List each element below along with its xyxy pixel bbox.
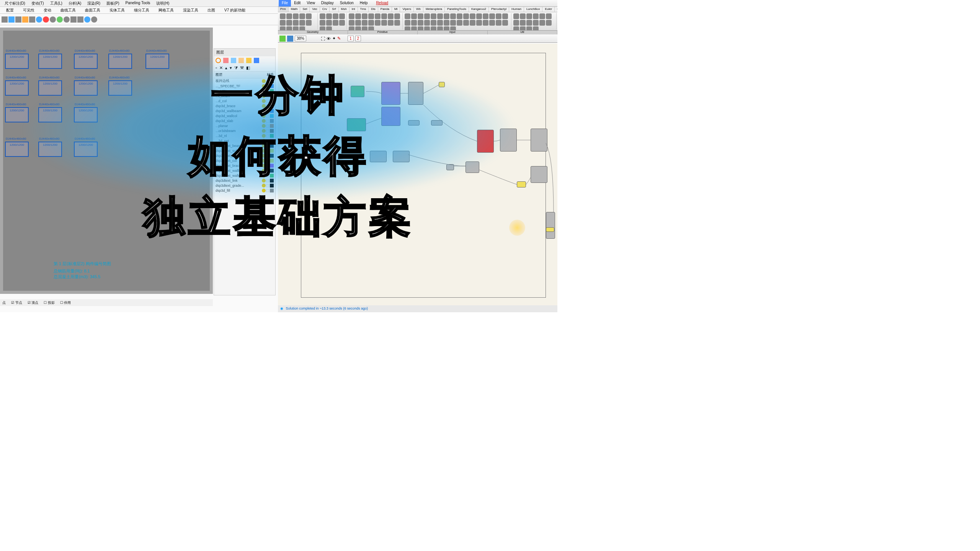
gh-node[interactable] — [370, 151, 387, 162]
rhino-tab-item[interactable]: 曲线工具 — [56, 7, 80, 13]
visibility-icon[interactable] — [262, 154, 266, 158]
osnap-item[interactable]: ☑ 节点 — [11, 300, 22, 305]
gh-component-icon[interactable] — [320, 20, 325, 26]
gh-component-icon[interactable] — [539, 13, 545, 19]
gh-plugin-tab[interactable]: Mi — [392, 7, 400, 12]
gh-plugin-tab[interactable]: Math — [289, 7, 301, 12]
layer-row[interactable]: dsp3d_wallcol ⬚ — [214, 113, 275, 118]
gh-component-icon[interactable] — [470, 20, 475, 26]
visibility-icon[interactable] — [262, 84, 266, 88]
visibility-icon[interactable] — [262, 99, 266, 103]
layer-row[interactable]: dsp3d_brace ⬚ — [214, 103, 275, 108]
visibility-icon[interactable] — [262, 119, 266, 123]
visibility-icon[interactable] — [262, 94, 266, 98]
layer-row[interactable]: ...3d_nl ⬚ — [214, 133, 275, 138]
rhino-menu-item[interactable]: 工具(L) — [47, 0, 65, 7]
gh-plugin-tab[interactable]: Octopus — [555, 7, 557, 12]
footing-block[interactable]: DJ440x460x80 1200/1200 — [5, 54, 29, 69]
color-swatch[interactable] — [270, 174, 274, 178]
gh-component-icon[interactable] — [381, 20, 387, 26]
rhino-viewport[interactable]: DJ440x460x80 1200/1200 DJ440x460x80 1200… — [0, 28, 213, 294]
prop-tab-icon[interactable] — [223, 58, 229, 63]
gh-plugin-tab[interactable]: PanelingTools — [445, 7, 469, 12]
rhino-tab-item[interactable]: 曲面工具 — [80, 7, 105, 13]
grid-icon[interactable] — [2, 16, 8, 23]
gh-plugin-tab[interactable]: Human — [509, 7, 524, 12]
gh-component-icon[interactable] — [411, 13, 417, 19]
gh-component-icon[interactable] — [286, 13, 292, 19]
visibility-icon[interactable] — [262, 184, 266, 187]
gh-component-icon[interactable] — [355, 13, 361, 19]
rhino-menu-item[interactable]: 变动(T) — [28, 0, 47, 7]
gh-plugin-tab[interactable]: Vec — [310, 7, 320, 12]
gh-component-icon[interactable] — [405, 13, 410, 19]
gh-component-icon[interactable] — [326, 26, 332, 31]
up-icon[interactable]: ▴ — [225, 65, 227, 70]
gh-component-icon[interactable] — [431, 13, 436, 19]
rhino-tab-item[interactable]: 出图 — [203, 7, 220, 13]
rhino-menu-item[interactable]: 说明(H) — [153, 0, 172, 7]
gh-component-icon[interactable] — [526, 26, 532, 31]
gh-component-icon[interactable] — [513, 20, 519, 26]
gh-plugin-tab[interactable]: Dis — [369, 7, 378, 12]
color-swatch[interactable] — [270, 149, 274, 153]
gh-node[interactable] — [531, 129, 547, 152]
gh-component-icon[interactable] — [362, 26, 368, 31]
gh-component-icon[interactable] — [375, 20, 381, 26]
rhino-tab-item[interactable]: 渲染工具 — [178, 7, 203, 13]
gh-component-icon[interactable] — [526, 20, 532, 26]
gh-node-error[interactable] — [477, 130, 494, 153]
gh-node[interactable] — [500, 129, 517, 152]
gh-component-icon[interactable] — [444, 13, 449, 19]
gh-component-icon[interactable] — [418, 13, 423, 19]
gh-node[interactable] — [408, 82, 423, 105]
visibility-icon[interactable] — [262, 124, 266, 128]
gh-component-icon[interactable] — [306, 20, 312, 26]
gh-component-icon[interactable] — [368, 20, 374, 26]
gh-reload-link[interactable]: Reload — [373, 0, 391, 7]
visibility-icon[interactable] — [262, 104, 266, 108]
color-swatch[interactable] — [270, 159, 274, 163]
color-swatch[interactable] — [270, 109, 274, 113]
gh-node[interactable] — [517, 181, 526, 187]
layer-row[interactable]: dsp3d_slab ⬚ — [214, 118, 275, 123]
color-swatch[interactable] — [270, 169, 274, 173]
gh-component-icon[interactable] — [418, 20, 423, 26]
footing-block[interactable]: DJ440x460x80 1200/1200 — [74, 54, 98, 69]
color-swatch[interactable] — [270, 104, 274, 108]
lock-icon[interactable]: ⬚ — [266, 129, 269, 133]
gh-component-icon[interactable] — [533, 20, 539, 26]
layers-tab-icon[interactable] — [216, 58, 221, 63]
visibility-icon[interactable] — [262, 144, 266, 148]
down-icon[interactable]: ▾ — [230, 65, 232, 70]
lock-icon[interactable]: ⬚ — [266, 169, 269, 173]
gh-component-icon[interactable] — [450, 13, 456, 19]
osnap-item[interactable]: ☑ 顶点 — [28, 300, 39, 305]
gh-component-icon[interactable] — [526, 13, 532, 19]
gh-component-icon[interactable] — [333, 20, 338, 26]
gh-plugin-tab[interactable]: Set — [300, 7, 310, 12]
gh-component-icon[interactable] — [405, 26, 410, 31]
color-swatch[interactable] — [270, 84, 274, 88]
layer-row[interactable]: ...t_beam ⬚ — [214, 93, 275, 98]
gh-component-icon[interactable] — [431, 20, 436, 26]
gh-component-icon[interactable] — [444, 26, 449, 31]
lock-icon[interactable]: ⬚ — [266, 114, 269, 118]
gh-component-icon[interactable] — [355, 20, 361, 26]
gh-component-icon[interactable] — [457, 20, 462, 26]
bulb-icon[interactable] — [22, 16, 28, 23]
visibility-icon[interactable] — [262, 134, 266, 138]
gh-component-icon[interactable] — [280, 20, 286, 26]
gh-component-icon[interactable] — [546, 20, 552, 26]
globe-icon[interactable] — [84, 16, 90, 23]
gh-menu-item[interactable]: View — [304, 0, 318, 7]
lock-icon[interactable]: ⬚ — [266, 99, 269, 103]
color-swatch[interactable] — [270, 124, 274, 128]
gh-plugin-tab[interactable]: Msh — [339, 7, 350, 12]
sphere3-icon[interactable] — [50, 16, 56, 23]
new-layer-icon[interactable]: ▫ — [216, 65, 217, 70]
gh-component-icon[interactable] — [470, 13, 475, 19]
gh-component-icon[interactable] — [362, 20, 368, 26]
gh-component-icon[interactable] — [405, 20, 410, 26]
visibility-icon[interactable] — [262, 149, 266, 153]
